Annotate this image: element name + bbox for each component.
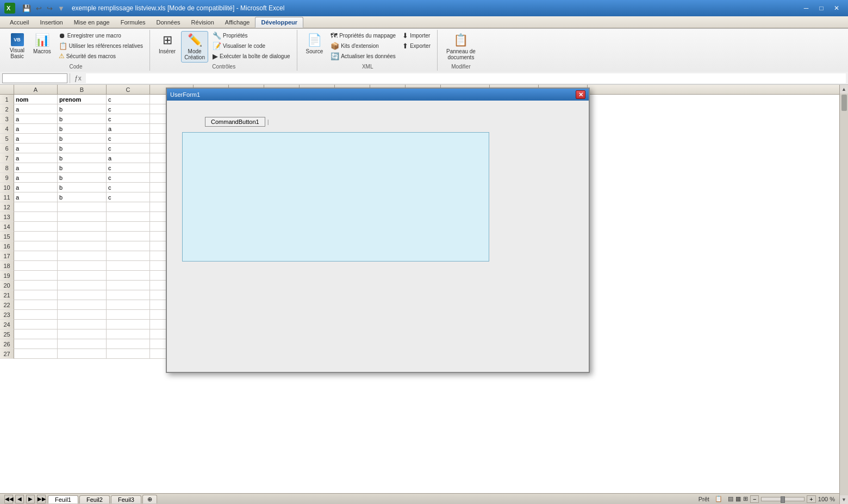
undo-btn[interactable]: ↩: [34, 4, 43, 13]
xml-group-label: XML: [362, 64, 373, 70]
sheet-nav-next[interactable]: ▶: [26, 495, 35, 503]
sheet-nav-last[interactable]: ▶▶: [37, 495, 46, 503]
status-icon: 📋: [715, 495, 722, 502]
kits-extension-btn[interactable]: 📦 Kits d'extension: [328, 41, 398, 51]
status-bar-right: Prêt 📋 ▤ ▦ ⊞ − + 100 %: [699, 495, 835, 503]
executer-icon: ▶: [213, 52, 218, 60]
tab-insertion[interactable]: Insertion: [34, 17, 68, 27]
kits-icon: 📦: [331, 42, 339, 50]
zoom-minus-btn[interactable]: −: [750, 495, 759, 503]
inserer-btn[interactable]: ⊞ Insérer: [155, 31, 179, 57]
tab-affichage[interactable]: Affichage: [220, 17, 255, 27]
panneau-icon: 📋: [453, 33, 468, 47]
sheet-nav-prev[interactable]: ◀: [15, 495, 24, 503]
importer-btn[interactable]: ⬇ Importer: [400, 31, 433, 40]
fx-label: ƒx: [72, 74, 84, 82]
source-label: Source: [306, 48, 323, 54]
inserer-icon: ⊞: [163, 33, 172, 47]
kits-label: Kits d'extension: [341, 43, 379, 49]
view-layout-icon[interactable]: ▦: [735, 495, 741, 502]
close-icon: ✕: [578, 91, 583, 98]
scroll-thumb[interactable]: [841, 95, 847, 111]
zoom-slider[interactable]: [761, 497, 805, 501]
proprietes-btn[interactable]: 🔧 Propriétés: [210, 31, 292, 40]
command-button-1[interactable]: CommandButton1: [205, 117, 265, 127]
sheet-nav-first[interactable]: ◀◀: [4, 495, 13, 503]
ribbon-group-code: VB VisualBasic 📊 Macros ⏺ Enregistrer un…: [2, 30, 150, 71]
mappage-label: Propriétés du mappage: [339, 33, 396, 39]
securite-label: Sécurité des macros: [66, 53, 116, 59]
sheet-tab-feuil2[interactable]: Feuil2: [79, 495, 110, 503]
redo-btn[interactable]: ↪: [45, 4, 54, 13]
minimize-btn[interactable]: ─: [799, 3, 813, 14]
view-normal-icon[interactable]: ▤: [728, 495, 733, 502]
scroll-up-btn[interactable]: ▲: [840, 85, 849, 94]
scroll-down-btn[interactable]: ▼: [840, 495, 849, 504]
close-btn[interactable]: ✕: [830, 3, 844, 14]
main-content: A B C D E F G H I J K L M N: [0, 85, 848, 504]
macros-btn[interactable]: 📊 Macros: [30, 31, 54, 57]
dialog-title: UserForm1: [170, 91, 200, 98]
controles-group-label: Contrôles: [212, 64, 235, 70]
mappage-icon: 🗺: [331, 32, 338, 40]
formula-bar: ƒx: [0, 72, 848, 85]
sheet-tab-feuil3[interactable]: Feuil3: [111, 495, 141, 503]
controles-small-buttons: 🔧 Propriétés 📝 Visualiser le code ▶ Exéc…: [210, 31, 292, 61]
menu-bar: Accueil Insertion Mise en page Formules …: [0, 16, 848, 28]
importer-icon: ⬇: [402, 32, 408, 40]
modifier-group-label: Modifier: [451, 64, 471, 70]
sheet-and-scroll: A B C D E F G H I J K L M N: [0, 85, 839, 504]
tab-developpeur[interactable]: Développeur: [255, 17, 303, 28]
tab-donnees[interactable]: Données: [151, 17, 186, 27]
formula-input[interactable]: [86, 73, 846, 83]
exporter-label: Exporter: [410, 43, 431, 49]
exporter-btn[interactable]: ⬆ Exporter: [400, 41, 433, 51]
qa-dropdown[interactable]: ▼: [56, 4, 66, 13]
mode-creation-label: ModeCréation: [184, 48, 205, 60]
code-group-label: Code: [70, 64, 83, 70]
window-controls: ─ □ ✕: [799, 3, 844, 14]
xml-small-buttons2: ⬇ Importer ⬆ Exporter: [400, 31, 433, 51]
tab-accueil[interactable]: Accueil: [4, 17, 34, 27]
actualiser-btn[interactable]: 🔄 Actualiser les données: [328, 52, 398, 61]
warning-icon: ⚠: [59, 52, 65, 60]
tab-formules[interactable]: Formules: [115, 17, 151, 27]
enregistrer-macro-btn[interactable]: ⏺ Enregistrer une macro: [57, 31, 145, 40]
importer-label: Importer: [410, 33, 430, 39]
quick-access-toolbar: 💾 ↩ ↪ ▼: [18, 4, 68, 13]
visual-basic-btn[interactable]: VB VisualBasic: [7, 31, 28, 61]
mode-creation-icon: ✏️: [188, 33, 202, 47]
vb-icon-shape: VB: [11, 33, 24, 46]
right-scrollbar: ▲ ▼: [839, 85, 848, 504]
sheet-nav: ◀◀ ◀ ▶ ▶▶ Feuil1 Feuil2 Feuil3 ⊕: [4, 495, 158, 503]
save-quick-btn[interactable]: 💾: [21, 4, 33, 13]
visualiser-code-btn[interactable]: 📝 Visualiser le code: [210, 41, 292, 51]
vba-listbox[interactable]: [182, 132, 489, 262]
securite-macros-btn[interactable]: ⚠ Sécurité des macros: [57, 52, 145, 60]
view-break-icon[interactable]: ⊞: [743, 495, 748, 502]
actualiser-icon: 🔄: [331, 52, 339, 60]
tab-revision[interactable]: Révision: [186, 17, 220, 27]
visual-basic-label: VisualBasic: [10, 47, 24, 59]
userform-overlay: UserForm1 ✕ CommandButton1 |: [0, 85, 839, 493]
svg-text:X: X: [7, 5, 11, 11]
cursor-indicator: |: [267, 119, 269, 125]
references-relatives-btn[interactable]: 📋 Utiliser les références relatives: [57, 41, 145, 51]
userform-dialog: UserForm1 ✕ CommandButton1 |: [166, 88, 590, 373]
maximize-btn[interactable]: □: [814, 3, 828, 14]
panneau-documents-btn[interactable]: 📋 Panneau dedocuments: [443, 31, 479, 63]
references-icon: 📋: [59, 42, 67, 50]
sheet-tabs: Feuil1 Feuil2 Feuil3 ⊕: [48, 495, 158, 503]
xml-small-buttons: 🗺 Propriétés du mappage 📦 Kits d'extensi…: [328, 31, 398, 61]
sheet-tab-new[interactable]: ⊕: [142, 495, 157, 503]
zoom-plus-btn[interactable]: +: [807, 495, 815, 503]
source-btn[interactable]: 📄 Source: [303, 31, 327, 57]
mode-creation-btn[interactable]: ✏️ ModeCréation: [181, 31, 208, 63]
sheet-tab-feuil1[interactable]: Feuil1: [48, 495, 78, 503]
dialog-close-btn[interactable]: ✕: [576, 90, 585, 99]
executer-boite-btn[interactable]: ▶ Exécuter la boîte de dialogue: [210, 52, 292, 61]
scroll-track: [841, 95, 847, 494]
name-box[interactable]: [2, 73, 67, 83]
tab-mise-en-page[interactable]: Mise en page: [68, 17, 115, 27]
proprietes-mappage-btn[interactable]: 🗺 Propriétés du mappage: [328, 31, 398, 40]
